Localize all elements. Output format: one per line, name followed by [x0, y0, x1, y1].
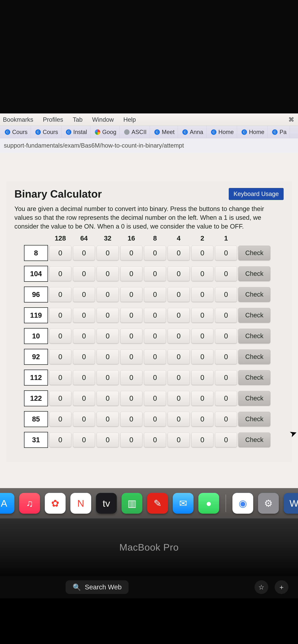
bit-toggle-button[interactable]: 0: [168, 246, 190, 260]
check-button[interactable]: Check: [238, 391, 270, 406]
check-button[interactable]: Check: [238, 412, 270, 426]
check-button[interactable]: Check: [238, 370, 270, 385]
dock-app-chrome[interactable]: ◉: [232, 493, 253, 514]
dock-app-acrobat[interactable]: ✎: [147, 493, 168, 514]
bit-toggle-button[interactable]: 0: [120, 266, 142, 281]
bit-toggle-button[interactable]: 0: [120, 432, 142, 447]
browser-tab[interactable]: CCours: [32, 126, 61, 138]
bit-toggle-button[interactable]: 0: [97, 246, 119, 260]
bit-toggle-button[interactable]: 0: [49, 329, 71, 344]
browser-tab[interactable]: CHome: [238, 126, 268, 138]
bit-toggle-button[interactable]: 0: [215, 350, 237, 364]
touchbar-search-button[interactable]: 🔍 Search Web: [66, 580, 129, 594]
browser-tab[interactable]: CHome: [208, 126, 237, 138]
bit-toggle-button[interactable]: 0: [144, 370, 166, 385]
bit-toggle-button[interactable]: 0: [144, 329, 166, 344]
bit-toggle-button[interactable]: 0: [120, 370, 142, 385]
dock-app-numbers[interactable]: ▥: [121, 493, 142, 514]
bit-toggle-button[interactable]: 0: [97, 412, 119, 426]
bit-toggle-button[interactable]: 0: [120, 350, 142, 364]
browser-tab[interactable]: CAnna: [179, 126, 207, 138]
bit-toggle-button[interactable]: 0: [120, 391, 142, 406]
bit-toggle-button[interactable]: 0: [191, 266, 213, 281]
control-center-icon[interactable]: ⌘: [287, 116, 295, 124]
bit-toggle-button[interactable]: 0: [49, 370, 71, 385]
bit-toggle-button[interactable]: 0: [191, 370, 213, 385]
bit-toggle-button[interactable]: 0: [97, 266, 119, 281]
bit-toggle-button[interactable]: 0: [144, 308, 166, 323]
browser-tab[interactable]: ASCII: [121, 126, 150, 138]
check-button[interactable]: Check: [238, 329, 270, 344]
bit-toggle-button[interactable]: 0: [49, 246, 71, 260]
bit-toggle-button[interactable]: 0: [144, 287, 166, 302]
keyboard-usage-button[interactable]: Keyboard Usage: [229, 188, 284, 200]
bit-toggle-button[interactable]: 0: [73, 391, 95, 406]
dock-app-news[interactable]: N: [70, 493, 91, 514]
bit-toggle-button[interactable]: 0: [73, 287, 95, 302]
bit-toggle-button[interactable]: 0: [120, 308, 142, 323]
menu-item[interactable]: Bookmarks: [3, 116, 33, 123]
bit-toggle-button[interactable]: 0: [144, 266, 166, 281]
bit-toggle-button[interactable]: 0: [73, 412, 95, 426]
bit-toggle-button[interactable]: 0: [215, 308, 237, 323]
bit-toggle-button[interactable]: 0: [49, 350, 71, 364]
bit-toggle-button[interactable]: 0: [191, 246, 213, 260]
bit-toggle-button[interactable]: 0: [97, 350, 119, 364]
menu-item[interactable]: Window: [92, 116, 114, 123]
bit-toggle-button[interactable]: 0: [120, 287, 142, 302]
bit-toggle-button[interactable]: 0: [73, 432, 95, 447]
bit-toggle-button[interactable]: 0: [120, 329, 142, 344]
bit-toggle-button[interactable]: 0: [168, 287, 190, 302]
bit-toggle-button[interactable]: 0: [215, 246, 237, 260]
dock-app-mail[interactable]: ✉: [173, 493, 194, 514]
bit-toggle-button[interactable]: 0: [215, 329, 237, 344]
touchbar-add-button[interactable]: ＋: [275, 580, 288, 594]
bit-toggle-button[interactable]: 0: [144, 350, 166, 364]
browser-url-bar[interactable]: support-fundamentals/exam/Bas6M/how-to-c…: [0, 138, 298, 153]
bit-toggle-button[interactable]: 0: [191, 308, 213, 323]
bit-toggle-button[interactable]: 0: [191, 432, 213, 447]
bit-toggle-button[interactable]: 0: [144, 246, 166, 260]
bit-toggle-button[interactable]: 0: [97, 308, 119, 323]
check-button[interactable]: Check: [238, 246, 270, 260]
bit-toggle-button[interactable]: 0: [120, 412, 142, 426]
bit-toggle-button[interactable]: 0: [97, 432, 119, 447]
bit-toggle-button[interactable]: 0: [215, 432, 237, 447]
bit-toggle-button[interactable]: 0: [144, 432, 166, 447]
bit-toggle-button[interactable]: 0: [73, 246, 95, 260]
bit-toggle-button[interactable]: 0: [73, 266, 95, 281]
dock-app-music[interactable]: ♫: [19, 493, 40, 514]
menu-item[interactable]: Tab: [73, 116, 83, 123]
bit-toggle-button[interactable]: 0: [144, 412, 166, 426]
bit-toggle-button[interactable]: 0: [168, 412, 190, 426]
browser-tab[interactable]: CInstal: [63, 126, 90, 138]
bit-toggle-button[interactable]: 0: [215, 266, 237, 281]
bit-toggle-button[interactable]: 0: [97, 329, 119, 344]
bit-toggle-button[interactable]: 0: [120, 246, 142, 260]
browser-tab[interactable]: CPa: [269, 126, 290, 138]
dock-app-settings[interactable]: ⚙: [258, 493, 279, 514]
bit-toggle-button[interactable]: 0: [191, 391, 213, 406]
bit-toggle-button[interactable]: 0: [191, 287, 213, 302]
bit-toggle-button[interactable]: 0: [49, 308, 71, 323]
menu-item[interactable]: Profiles: [43, 116, 63, 123]
bit-toggle-button[interactable]: 0: [191, 412, 213, 426]
check-button[interactable]: Check: [238, 308, 270, 323]
bit-toggle-button[interactable]: 0: [49, 432, 71, 447]
bit-toggle-button[interactable]: 0: [168, 370, 190, 385]
bit-toggle-button[interactable]: 0: [97, 391, 119, 406]
bit-toggle-button[interactable]: 0: [73, 370, 95, 385]
browser-tab[interactable]: CCours: [2, 126, 31, 138]
dock-app-messages[interactable]: ●: [198, 493, 219, 514]
bit-toggle-button[interactable]: 0: [49, 287, 71, 302]
bit-toggle-button[interactable]: 0: [215, 370, 237, 385]
bit-toggle-button[interactable]: 0: [97, 370, 119, 385]
bit-toggle-button[interactable]: 0: [168, 329, 190, 344]
bit-toggle-button[interactable]: 0: [168, 308, 190, 323]
browser-tab[interactable]: CMeet: [151, 126, 178, 138]
check-button[interactable]: Check: [238, 350, 270, 364]
check-button[interactable]: Check: [238, 266, 270, 281]
bit-toggle-button[interactable]: 0: [49, 266, 71, 281]
bit-toggle-button[interactable]: 0: [73, 329, 95, 344]
dock-app-app-store[interactable]: A: [0, 493, 14, 514]
